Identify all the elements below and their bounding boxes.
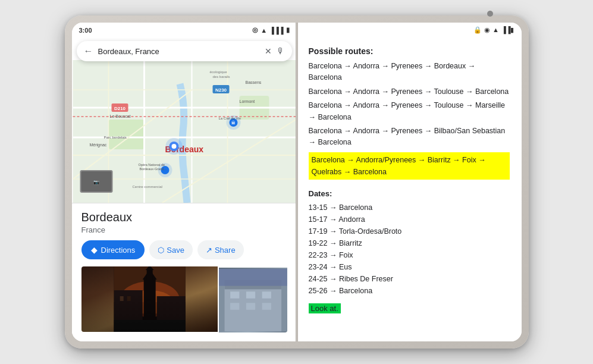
look-at-highlight: Look at. xyxy=(309,303,341,313)
svg-rect-66 xyxy=(246,291,255,298)
svg-rect-53 xyxy=(120,296,123,301)
svg-text:D210: D210 xyxy=(114,106,125,111)
svg-text:N230: N230 xyxy=(215,87,227,93)
save-label: Save xyxy=(167,246,184,255)
routes-section: Possible routes: Barcelona → Andorra → P… xyxy=(309,46,510,180)
svg-rect-70 xyxy=(262,303,271,309)
svg-rect-54 xyxy=(127,296,130,301)
place-country: France xyxy=(81,225,287,234)
search-input[interactable]: Bordeaux, France xyxy=(98,47,260,56)
date-item-1: 13-15 → Barcelona xyxy=(309,202,510,214)
wifi-icon: ▲ xyxy=(261,27,267,34)
date-item-7: 24-25 → Ribes De Freser xyxy=(309,273,510,285)
date-item-5: 22-23 → Foix xyxy=(309,249,510,261)
save-icon: ⬡ xyxy=(158,246,164,255)
svg-rect-51 xyxy=(114,290,142,332)
church-photo-svg xyxy=(81,266,218,332)
fold-crease xyxy=(296,23,298,341)
svg-rect-69 xyxy=(246,303,255,309)
date-item-6: 23-24 → Eus xyxy=(309,261,510,273)
svg-rect-43 xyxy=(114,266,185,302)
svg-rect-65 xyxy=(230,291,239,298)
share-label: Share xyxy=(215,246,236,255)
share-icon: ↗ xyxy=(206,246,212,255)
map-area: ← Bordeaux, France ✕ 🎙 xyxy=(72,36,297,203)
device-frame: 3:00 ◎ ▲ ▐▐▐ ▮ ← Bordeaux, France xyxy=(65,15,529,349)
look-at-section: Look at. xyxy=(309,304,510,313)
svg-text:Bordeaux-Grand...: Bordeaux-Grand... xyxy=(139,167,167,171)
svg-rect-42 xyxy=(114,266,185,332)
svg-rect-71 xyxy=(219,269,287,286)
svg-text:Le Bouscat: Le Bouscat xyxy=(109,114,130,118)
signal-icon: ▐▐▐ xyxy=(269,27,283,34)
place-card: Bordeaux France ◆ Directions ⬡ Save xyxy=(72,203,297,339)
lock-icon: 🔒 xyxy=(473,26,482,34)
mic-icon[interactable]: 🎙 xyxy=(277,46,285,56)
svg-text:📷: 📷 xyxy=(93,179,99,185)
route-highlighted: Barcelona → Andorra/Pyrenees → Biarritz … xyxy=(309,152,510,180)
svg-point-45 xyxy=(120,281,179,317)
left-panel-maps: 3:00 ◎ ▲ ▐▐▐ ▮ ← Bordeaux, France xyxy=(72,23,297,341)
place-name: Bordeaux xyxy=(81,211,287,224)
route-item-3: Barcelona → Andorra → Pyrenees → Toulous… xyxy=(309,100,510,123)
svg-text:Parc bordelais: Parc bordelais xyxy=(103,136,126,139)
svg-text:🏛: 🏛 xyxy=(231,120,236,125)
photo-church[interactable] xyxy=(81,266,218,332)
route-item-4: Barcelona → Andorra → Pyrenees → Bilbao/… xyxy=(309,125,510,149)
svg-text:Lormont: Lormont xyxy=(239,99,255,103)
building-svg xyxy=(219,268,287,332)
date-item-3: 17-19 → Torla-Ordesa/Broto xyxy=(309,225,510,237)
directions-button[interactable]: ◆ Directions xyxy=(81,240,145,259)
photos-grid xyxy=(81,266,287,332)
svg-marker-48 xyxy=(142,269,156,280)
device-screen: 3:00 ◎ ▲ ▐▐▐ ▮ ← Bordeaux, France xyxy=(72,23,522,341)
status-bar-right: 🔒 ◉ ▲ ▐▐▮ xyxy=(304,26,514,34)
svg-rect-49 xyxy=(146,269,152,280)
photo-building[interactable] xyxy=(219,268,287,332)
map-svg: N230 D210 Bordeaux Le Bouscat Mérignac xyxy=(72,60,297,203)
svg-rect-47 xyxy=(143,278,155,320)
route-item-1: Barcelona → Andorra → Pyrenees → Bordeau… xyxy=(309,61,510,84)
svg-rect-52 xyxy=(156,296,185,332)
map-container: N230 D210 Bordeaux Le Bouscat Mérignac xyxy=(72,60,297,203)
directions-icon: ◆ xyxy=(91,245,98,255)
status-time: 3:00 xyxy=(79,27,92,34)
svg-text:Centre commercial: Centre commercial xyxy=(132,185,162,189)
svg-rect-67 xyxy=(262,291,271,298)
share-button[interactable]: ↗ Share xyxy=(197,240,244,259)
svg-text:écologique: écologique xyxy=(209,70,227,74)
camera-notch xyxy=(487,11,493,17)
svg-text:Bassens: Bassens xyxy=(245,80,261,84)
svg-rect-1 xyxy=(108,120,144,149)
routes-title: Possible routes: xyxy=(309,46,510,56)
date-item-8: 25-26 → Barcelona xyxy=(309,285,510,297)
battery-icon-right: ▐▐▮ xyxy=(501,26,514,34)
svg-point-32 xyxy=(171,144,176,149)
search-bar[interactable]: ← Bordeaux, France ✕ 🎙 xyxy=(77,41,292,61)
date-item-4: 19-22 → Biarritz xyxy=(309,237,510,249)
wifi-icon-right: ◉ xyxy=(484,26,490,34)
signal-icon-right: ▲ xyxy=(492,26,499,34)
route-item-2: Barcelona → Andorra → Pyrenees → Toulous… xyxy=(309,86,510,98)
status-bar-left: 3:00 ◎ ▲ ▐▐▐ ▮ xyxy=(72,23,297,36)
device-shell: 3:00 ◎ ▲ ▐▐▐ ▮ ← Bordeaux, France xyxy=(65,15,529,349)
svg-text:Opéra National de: Opéra National de xyxy=(138,163,165,167)
back-button[interactable]: ← xyxy=(84,46,93,57)
photo-stack xyxy=(219,266,287,332)
svg-text:Mérignac: Mérignac xyxy=(89,143,106,148)
dates-section: Dates: 13-15 → Barcelona 15-17 → Andorra… xyxy=(309,189,510,297)
right-panel-notes: 🔒 ◉ ▲ ▐▐▮ Possible routes: Barcelona → A… xyxy=(297,23,522,341)
svg-text:des barails: des barails xyxy=(212,75,230,79)
save-button[interactable]: ⬡ Save xyxy=(149,240,193,259)
svg-text:La Cité du Vin: La Cité du Vin xyxy=(218,117,241,120)
directions-label: Directions xyxy=(101,246,136,255)
svg-rect-55 xyxy=(114,320,185,332)
status-icons: ◎ ▲ ▐▐▐ ▮ xyxy=(252,26,289,34)
place-actions: ◆ Directions ⬡ Save ↗ Share xyxy=(81,240,287,259)
svg-rect-68 xyxy=(230,303,239,309)
battery-icon: ▮ xyxy=(286,26,290,34)
svg-rect-44 xyxy=(114,302,185,332)
location-icon: ◎ xyxy=(252,26,258,34)
clear-icon[interactable]: ✕ xyxy=(265,46,272,56)
svg-marker-50 xyxy=(145,266,153,270)
